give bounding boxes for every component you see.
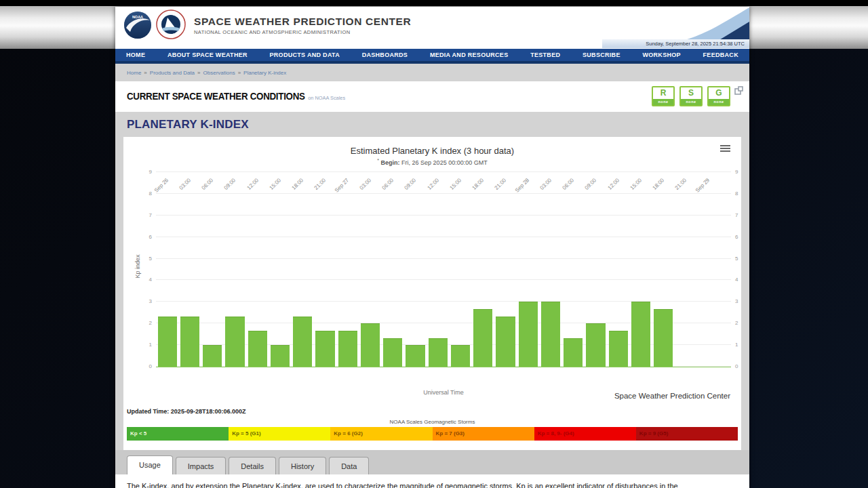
tab-details[interactable]: Details [229,457,276,474]
kp-bar[interactable] [609,331,628,367]
conditions-title-text: CURRENT SPACE WEATHER CONDITIONS [127,91,305,102]
breadcrumb-link-home[interactable]: Home [127,70,141,76]
site-title: SPACE WEATHER PREDICTION CENTER [194,16,411,28]
y-tick-label-right: 2 [735,320,750,326]
y-tick-label-right: 0 [735,363,750,369]
nav-item-feedback[interactable]: FEEDBACK [703,52,738,58]
screen: NOAA SPACE WEATHER PREDICTION CENTER NAT… [0,0,868,488]
site-subtitle: NATIONAL OCEANIC AND ATMOSPHERIC ADMINIS… [194,29,411,35]
kp-bar[interactable] [631,302,650,367]
breadcrumb: Home»Products and Data»Observations»Plan… [115,64,749,81]
gridline [156,279,731,280]
kp-bar[interactable] [429,338,448,367]
chart-credit: Space Weather Prediction Center [614,392,730,400]
gridline [156,215,731,216]
wave-graphic [682,7,749,43]
main-nav: HOMEABOUT SPACE WEATHERPRODUCTS AND DATA… [115,49,749,64]
scale-badge-g[interactable]: Gnone [707,86,730,106]
kp-bar[interactable] [519,302,538,367]
kp-bar[interactable] [158,317,177,367]
browser-page: NOAA SPACE WEATHER PREDICTION CENTER NAT… [115,7,749,488]
y-tick-label-right: 5 [735,256,750,262]
svg-text:NOAA: NOAA [132,15,143,19]
scale-segment-1: Kp < 5 [127,427,229,441]
scale-letter: S [681,87,701,99]
chart-title: Estimated Planetary K index (3 hour data… [123,137,741,156]
kp-bar[interactable] [383,338,402,367]
nav-item-media-and-resources[interactable]: MEDIA AND RESOURCES [430,52,509,58]
kp-bar[interactable] [406,345,425,367]
scale-status: none [681,99,701,105]
kp-bar[interactable] [586,323,605,367]
scale-letter: G [709,87,729,99]
scale-status: none [653,99,673,105]
nav-item-dashboards[interactable]: DASHBOARDS [362,52,408,58]
chart-subtitle-marker: * [377,158,379,163]
kp-bar[interactable] [338,331,357,367]
y-tick-label-right: 3 [735,298,750,304]
scale-badge-s[interactable]: Snone [679,86,703,106]
updated-time-label: Updated Time: [127,408,169,415]
breadcrumb-link-products-and-data[interactable]: Products and Data [150,70,195,76]
y-axis-title: Kp index [134,199,141,334]
nav-item-workshop[interactable]: WORKSHOP [642,52,680,58]
conditions-section: CURRENT SPACE WEATHER CONDITIONSon NOAA … [115,81,749,112]
nav-item-home[interactable]: HOME [126,52,145,58]
external-link-icon[interactable] [734,85,743,98]
plot-area: Kp index Universal Time 0011223344556677… [156,172,731,367]
kp-bar[interactable] [541,302,560,367]
noaa-scale-badges: RnoneSnoneGnone [652,86,730,106]
chart-context-menu-icon[interactable] [720,145,730,153]
top-black-bar [0,0,868,6]
kp-bar[interactable] [496,317,515,367]
page-title: PLANETARY K-INDEX [115,112,749,137]
breadcrumb-separator: » [144,70,146,76]
gridline [156,237,731,237]
y-tick-label-right: 7 [735,212,750,218]
kp-bar[interactable] [203,345,222,367]
kp-bar[interactable] [248,331,267,367]
tabs-bar: UsageImpactsDetailsHistoryData [115,450,749,474]
y-tick-label-right: 8 [735,190,750,197]
y-tick-label-right: 1 [735,342,750,348]
tab-content-text: The K-index, and by extension the Planet… [127,482,678,488]
gridline [156,171,731,172]
noaa-logo-icon[interactable]: NOAA [124,12,151,41]
breadcrumb-link-planetary-k-index[interactable]: Planetary K-index [243,70,286,76]
y-tick-label-left: 2 [137,320,152,326]
kp-bar[interactable] [451,345,470,367]
scale-status: none [709,99,729,105]
y-tick-label-left: 3 [137,298,152,304]
gridline [156,258,731,259]
kp-bar[interactable] [473,309,492,367]
tab-impacts[interactable]: Impacts [176,457,226,474]
breadcrumb-link-observations[interactable]: Observations [203,70,235,76]
noaa-scale-colorbar: Kp < 5Kp = 5 (G1)Kp = 6 (G2)Kp = 7 (G3)K… [127,427,738,441]
y-tick-label-left: 0 [137,363,152,369]
tab-content: The K-index, and by extension the Planet… [115,474,749,488]
nws-logo-icon[interactable] [156,9,186,42]
scale-legend-title: NOAA Scales Geomagnetic Storms [123,419,741,425]
scale-badge-r[interactable]: Rnone [652,86,675,106]
scale-segment-2: Kp = 5 (G1) [229,427,330,441]
nav-item-about-space-weather[interactable]: ABOUT SPACE WEATHER [167,52,248,58]
updated-time: Updated Time: 2025-09-28T18:00:06.000Z [127,408,245,415]
kp-bar[interactable] [315,331,334,367]
chart-subtitle: * Begin: Fri, 26 Sep 2025 00:00:00 GMT [123,158,741,166]
kp-bar[interactable] [225,317,244,367]
kp-bar[interactable] [564,338,583,367]
y-tick-label-right: 4 [735,277,750,283]
kp-bar[interactable] [293,317,312,367]
nav-item-subscribe[interactable]: SUBSCRIBE [583,52,620,58]
breadcrumb-separator: » [197,70,200,76]
tab-history[interactable]: History [279,457,326,474]
y-tick-label-left: 5 [137,256,152,262]
tab-data[interactable]: Data [329,457,369,474]
tab-usage[interactable]: Usage [127,455,173,474]
kp-bar[interactable] [361,323,380,367]
nav-item-products-and-data[interactable]: PRODUCTS AND DATA [270,52,340,58]
nav-item-testbed[interactable]: TESTBED [530,52,560,58]
kp-bar[interactable] [271,345,290,367]
kp-bar[interactable] [180,317,199,367]
kp-bar[interactable] [654,309,673,367]
